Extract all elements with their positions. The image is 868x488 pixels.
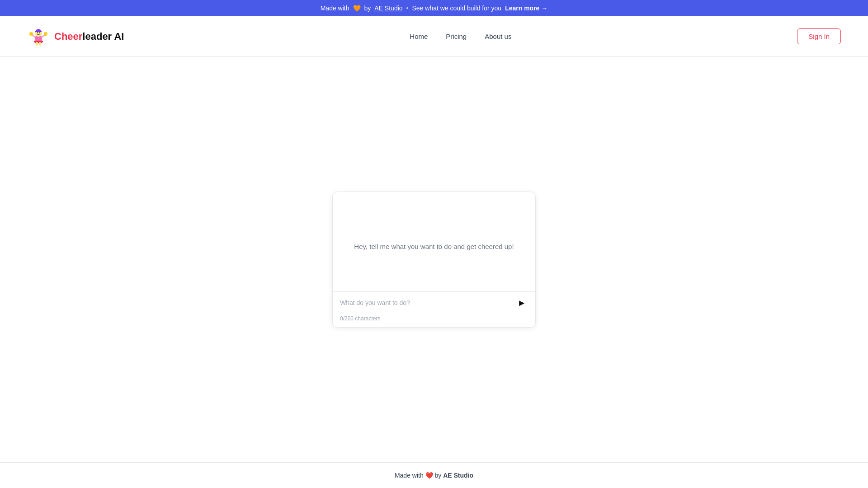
top-banner: Made with 🧡 by AE Studio • See what we c… [0, 0, 868, 16]
banner-by: by [364, 5, 371, 12]
nav-about[interactable]: About us [485, 33, 511, 40]
logo-leader: leader AI [82, 31, 124, 42]
main-nav: Home Pricing About us [410, 33, 511, 40]
svg-point-6 [37, 32, 38, 33]
main-content: Hey, tell me what you want to do and get… [0, 57, 868, 462]
banner-learn-more-link[interactable]: Learn more → [505, 5, 547, 12]
footer-by: by [435, 472, 442, 479]
char-count: 0/200 characters [333, 314, 535, 327]
banner-see-what: See what we could build for you [412, 5, 501, 12]
banner-made-with: Made with [321, 5, 349, 12]
chat-input-row: ► [333, 292, 535, 314]
send-button[interactable]: ► [515, 296, 528, 310]
header: Cheerleader AI Home Pricing About us Sig… [0, 16, 868, 57]
chat-input[interactable] [340, 292, 512, 314]
nav-pricing[interactable]: Pricing [446, 33, 467, 40]
logo-icon [27, 25, 50, 48]
chat-messages: Hey, tell me what you want to do and get… [333, 192, 535, 291]
banner-ae-studio-link[interactable]: AE Studio [374, 5, 402, 12]
footer: Made with ❤️ by AE Studio [0, 462, 868, 488]
svg-rect-9 [39, 42, 41, 46]
banner-dot: • [406, 5, 409, 12]
nav-home[interactable]: Home [410, 33, 428, 40]
logo-cheer: Cheer [54, 31, 82, 42]
chat-input-area: ► 0/200 characters [333, 291, 535, 327]
footer-made-with: Made with [395, 472, 424, 479]
svg-point-4 [44, 32, 47, 36]
chat-placeholder-text: Hey, tell me what you want to do and get… [354, 243, 514, 250]
send-icon: ► [517, 298, 526, 308]
svg-point-3 [29, 32, 33, 36]
footer-heart: ❤️ [425, 472, 433, 479]
logo-text: Cheerleader AI [54, 31, 124, 42]
sign-in-button[interactable]: Sign In [797, 28, 841, 44]
logo[interactable]: Cheerleader AI [27, 25, 124, 48]
footer-studio: AE Studio [443, 472, 473, 479]
svg-point-7 [39, 32, 40, 33]
banner-heart: 🧡 [353, 5, 361, 12]
chat-card: Hey, tell me what you want to do and get… [332, 192, 536, 328]
svg-rect-8 [36, 42, 38, 46]
